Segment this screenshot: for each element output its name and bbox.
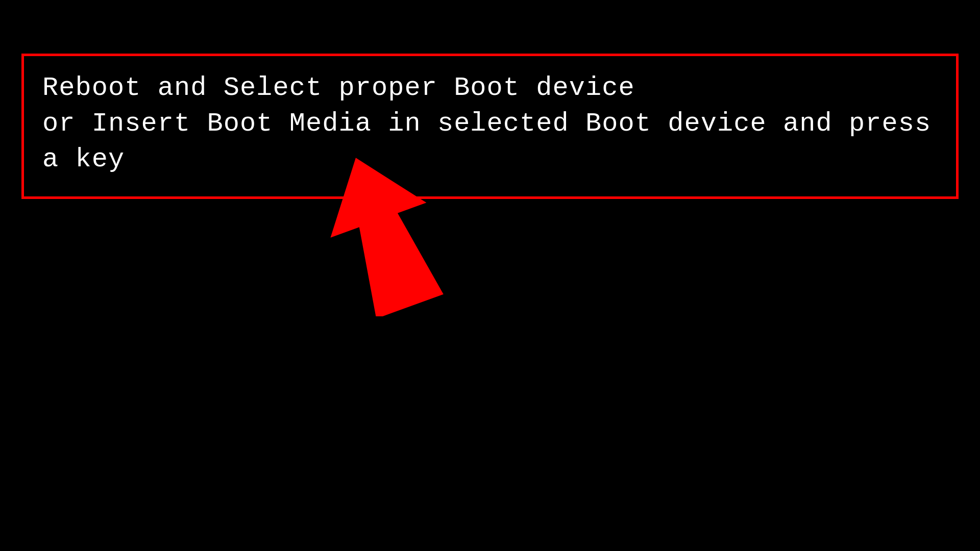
error-message-box: Reboot and Select proper Boot device or … [21, 54, 959, 199]
arrow-indicator [316, 148, 449, 316]
up-arrow-icon [316, 148, 449, 316]
error-line-2: or Insert Boot Media in selected Boot de… [42, 109, 931, 174]
svg-marker-0 [316, 148, 449, 316]
bios-screen: Reboot and Select proper Boot device or … [0, 0, 980, 551]
error-line-1: Reboot and Select proper Boot device [42, 73, 635, 103]
error-message-text: Reboot and Select proper Boot device or … [42, 70, 938, 178]
